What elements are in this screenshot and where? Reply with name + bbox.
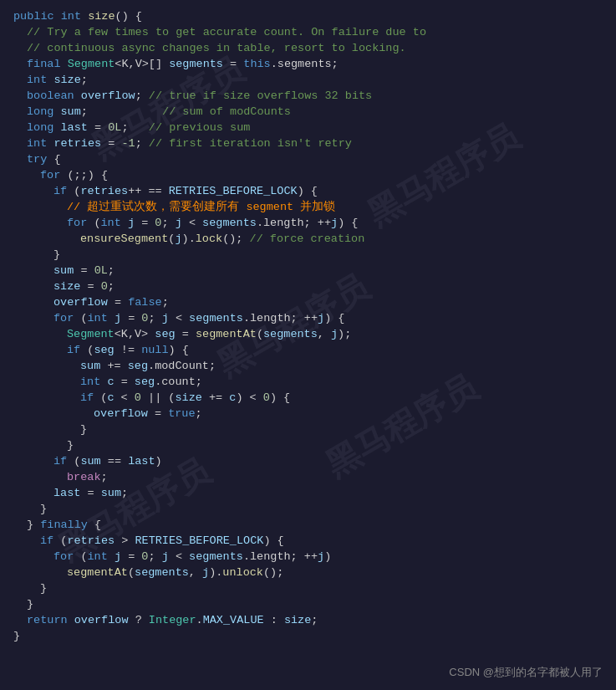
- token-plain: =: [88, 120, 108, 135]
- token-var: RETRIES_BEFORE_LOCK: [169, 183, 298, 199]
- token-num: 0: [141, 549, 148, 565]
- csdn-label: CSDN @想到的名字都被人用了: [449, 664, 603, 680]
- token-plain: =: [115, 374, 135, 390]
- code-line: public int size() {: [0, 8, 616, 24]
- token-fn: segmentAt: [67, 565, 128, 580]
- token-kw: if: [53, 183, 67, 199]
- code-line: }: [0, 437, 616, 453]
- token-plain: >: [115, 533, 135, 549]
- token-kw: int: [80, 374, 100, 390]
- token-cm-cn: // 超过重试次数，需要创建所有 segment 并加锁: [67, 199, 335, 215]
- token-plain: +=: [202, 390, 229, 406]
- token-kw: final: [27, 56, 61, 72]
- token-plain: ): [324, 549, 331, 565]
- token-kw: if: [80, 390, 94, 406]
- token-fn: unlock: [222, 565, 263, 580]
- token-cm: // sum of modCounts: [162, 104, 291, 120]
- token-kw: int: [88, 310, 108, 326]
- token-kw: if: [40, 533, 53, 549]
- token-kw: int: [101, 215, 121, 231]
- token-bool: true: [168, 406, 195, 422]
- token-var: seg: [155, 326, 175, 342]
- token-plain: }: [53, 247, 60, 263]
- token-plain: }: [27, 517, 40, 533]
- token-plain: [121, 215, 128, 231]
- token-plain: ) {: [263, 533, 283, 549]
- token-plain: <: [115, 390, 135, 406]
- token-var: overflow: [74, 612, 129, 628]
- token-kw: this: [243, 56, 270, 72]
- token-plain: .segments;: [271, 56, 339, 72]
- token-var: segments: [189, 310, 243, 326]
- token-var: sum: [53, 263, 74, 279]
- token-plain: ++ ==: [128, 183, 169, 199]
- code-line: segmentAt(segments, j).unlock();: [0, 565, 616, 580]
- token-kw: finally: [40, 517, 88, 533]
- token-plain: [47, 72, 53, 88]
- token-fn: lock: [196, 231, 222, 247]
- code-line: size = 0;: [0, 279, 616, 294]
- token-kw: try: [27, 151, 47, 167]
- token-var: size: [53, 279, 80, 294]
- code-line: // 超过重试次数，需要创建所有 segment 并加锁: [0, 199, 616, 215]
- token-plain: ?: [129, 612, 149, 628]
- token-kw: long: [27, 120, 53, 135]
- token-plain: :: [264, 612, 284, 628]
- token-plain: ==: [101, 453, 128, 469]
- token-kw: if: [53, 453, 67, 469]
- token-plain: =: [223, 56, 243, 72]
- token-var: j: [128, 215, 135, 231]
- token-plain: ): [155, 453, 162, 469]
- token-plain: ;: [101, 469, 108, 485]
- token-num: 0L: [108, 120, 121, 135]
- token-plain: ;: [81, 72, 88, 88]
- code-line: sum = 0L;: [0, 263, 616, 279]
- code-line: ensureSegment(j).lock(); // force creati…: [0, 231, 616, 247]
- token-plain: (: [67, 183, 80, 199]
- token-var: j: [331, 326, 338, 342]
- token-plain: ) <: [236, 390, 262, 406]
- token-plain: ;: [162, 294, 169, 310]
- token-plain: ) {: [338, 215, 358, 231]
- token-plain: .length; ++: [243, 549, 318, 565]
- token-fn: segmentAt: [196, 326, 257, 342]
- token-plain: ;: [108, 279, 115, 294]
- token-kw: int: [27, 135, 47, 151]
- token-bool: false: [128, 294, 162, 310]
- code-line: int size;: [0, 72, 616, 88]
- token-plain: ,: [318, 326, 331, 342]
- token-plain: {: [47, 151, 60, 167]
- token-plain: =: [176, 326, 196, 342]
- token-kw: return: [27, 612, 68, 628]
- token-var: segments: [135, 565, 189, 580]
- token-kw: for: [53, 310, 74, 326]
- token-cm: // continuous async changes in table, re…: [27, 40, 406, 56]
- token-var: segments: [263, 326, 318, 342]
- token-plain: =: [108, 294, 128, 310]
- token-plain: [74, 88, 81, 104]
- token-plain: .: [196, 612, 203, 628]
- token-var: seg: [94, 342, 114, 358]
- token-var: retries: [80, 183, 128, 199]
- token-plain: =: [148, 406, 168, 422]
- token-var: sum: [80, 453, 100, 469]
- token-kw: for: [67, 215, 87, 231]
- code-line: if (retries++ == RETRIES_BEFORE_LOCK) {: [0, 183, 616, 199]
- token-plain: );: [338, 326, 351, 342]
- token-var: overflow: [94, 406, 148, 422]
- token-cls: Segment: [67, 326, 115, 342]
- token-plain: ) {: [270, 390, 290, 406]
- token-plain: <K,V>: [115, 326, 155, 342]
- token-plain: ;: [121, 120, 148, 135]
- token-num: 0: [141, 310, 148, 326]
- token-plain: (: [74, 549, 87, 565]
- token-var: last: [61, 120, 88, 135]
- token-plain: (: [128, 565, 135, 580]
- code-line: // continuous async changes in table, re…: [0, 40, 616, 56]
- token-plain: }: [27, 596, 33, 612]
- token-plain: [53, 104, 60, 120]
- token-var: sum: [80, 358, 100, 374]
- token-var: c: [107, 374, 114, 390]
- token-plain: .count;: [155, 374, 202, 390]
- token-plain: [68, 612, 74, 628]
